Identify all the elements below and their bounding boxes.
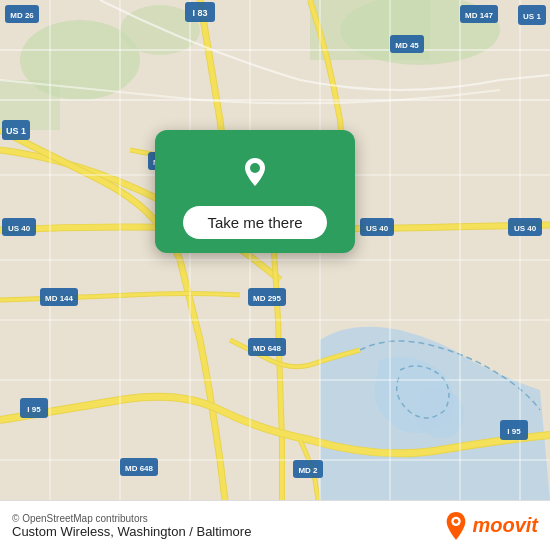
svg-text:I 83: I 83 — [192, 8, 207, 18]
map-container: US 1 US 1 I 83 MD 45 MD 147 MD 26 MD 129… — [0, 0, 550, 500]
svg-text:MD 648: MD 648 — [125, 464, 154, 473]
svg-point-56 — [250, 163, 260, 173]
svg-text:US 40: US 40 — [366, 224, 389, 233]
svg-text:MD 45: MD 45 — [395, 41, 419, 50]
location-pin-icon — [231, 148, 279, 196]
bottom-bar: © OpenStreetMap contributors Custom Wire… — [0, 500, 550, 550]
svg-text:MD 648: MD 648 — [253, 344, 282, 353]
svg-text:US 1: US 1 — [523, 12, 541, 21]
bottom-left: © OpenStreetMap contributors Custom Wire… — [12, 513, 251, 539]
popup-card: Take me there — [155, 130, 355, 253]
moovit-pin-icon — [444, 512, 468, 540]
svg-text:MD 26: MD 26 — [10, 11, 34, 20]
svg-text:I 95: I 95 — [507, 427, 521, 436]
svg-text:I 95: I 95 — [27, 405, 41, 414]
svg-text:MD 147: MD 147 — [465, 11, 494, 20]
moovit-logo: moovit — [444, 512, 538, 540]
svg-text:US 40: US 40 — [514, 224, 537, 233]
map-attribution: © OpenStreetMap contributors — [12, 513, 251, 524]
svg-text:US 1: US 1 — [6, 126, 26, 136]
svg-point-58 — [454, 519, 459, 524]
location-title: Custom Wireless, Washington / Baltimore — [12, 524, 251, 539]
take-me-there-button[interactable]: Take me there — [183, 206, 326, 239]
svg-text:US 40: US 40 — [8, 224, 31, 233]
svg-text:MD 295: MD 295 — [253, 294, 282, 303]
svg-text:MD 2: MD 2 — [298, 466, 318, 475]
svg-text:MD 144: MD 144 — [45, 294, 74, 303]
moovit-text: moovit — [472, 514, 538, 537]
